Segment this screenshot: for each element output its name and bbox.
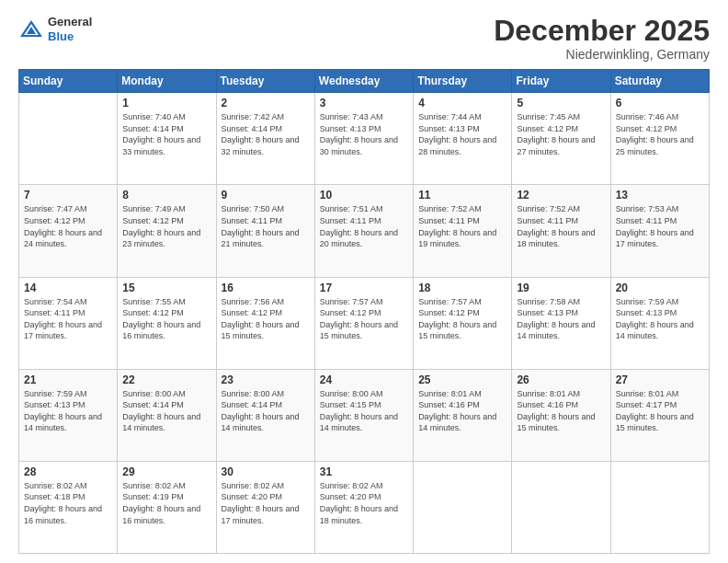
daylight-text: Daylight: 8 hours and 32 minutes.: [222, 134, 310, 157]
daylight-text: Daylight: 8 hours and 33 minutes.: [122, 134, 210, 157]
header: General Blue December 2025 Niederwinklin…: [18, 15, 710, 62]
sunrise-text: Sunrise: 8:01 AM: [418, 388, 506, 400]
sunset-text: Sunset: 4:14 PM: [222, 399, 310, 411]
day-number: 10: [320, 189, 408, 201]
day-info: Sunrise: 7:42 AM Sunset: 4:14 PM Dayligh…: [222, 111, 310, 157]
sunrise-text: Sunrise: 8:02 AM: [320, 480, 408, 492]
day-number: 12: [517, 189, 605, 201]
sunrise-text: Sunrise: 7:40 AM: [122, 111, 210, 123]
day-number: 29: [122, 465, 210, 478]
day-number: 3: [320, 97, 408, 109]
sunset-text: Sunset: 4:11 PM: [320, 215, 408, 227]
table-row: 21 Sunrise: 7:59 AM Sunset: 4:13 PM Dayl…: [19, 369, 118, 461]
calendar-header-row: Sunday Monday Tuesday Wednesday Thursday…: [19, 70, 710, 93]
sunrise-text: Sunrise: 7:50 AM: [222, 203, 310, 215]
col-tuesday: Tuesday: [216, 70, 314, 93]
daylight-text: Daylight: 8 hours and 27 minutes.: [517, 134, 605, 157]
day-info: Sunrise: 7:56 AM Sunset: 4:12 PM Dayligh…: [222, 296, 310, 342]
sunrise-text: Sunrise: 7:56 AM: [222, 296, 310, 308]
daylight-text: Daylight: 8 hours and 16 minutes.: [24, 503, 112, 526]
sunset-text: Sunset: 4:12 PM: [320, 307, 408, 319]
day-number: 27: [616, 373, 704, 386]
sunset-text: Sunset: 4:13 PM: [418, 123, 506, 135]
day-number: 5: [517, 97, 605, 109]
daylight-text: Daylight: 8 hours and 19 minutes.: [418, 227, 506, 250]
sunset-text: Sunset: 4:12 PM: [616, 123, 704, 135]
day-info: Sunrise: 8:00 AM Sunset: 4:14 PM Dayligh…: [222, 388, 310, 434]
week-row-3: 14 Sunrise: 7:54 AM Sunset: 4:11 PM Dayl…: [19, 277, 710, 369]
sunset-text: Sunset: 4:15 PM: [320, 399, 408, 411]
table-row: 29 Sunrise: 8:02 AM Sunset: 4:19 PM Dayl…: [118, 461, 216, 553]
day-info: Sunrise: 7:44 AM Sunset: 4:13 PM Dayligh…: [418, 111, 506, 157]
sunrise-text: Sunrise: 7:45 AM: [517, 111, 605, 123]
sunrise-text: Sunrise: 7:42 AM: [222, 111, 310, 123]
daylight-text: Daylight: 8 hours and 14 minutes.: [320, 411, 408, 434]
table-row: 22 Sunrise: 8:00 AM Sunset: 4:14 PM Dayl…: [118, 369, 216, 461]
daylight-text: Daylight: 8 hours and 14 minutes.: [122, 411, 210, 434]
daylight-text: Daylight: 8 hours and 16 minutes.: [122, 503, 210, 526]
daylight-text: Daylight: 8 hours and 18 minutes.: [320, 503, 408, 526]
sunrise-text: Sunrise: 7:52 AM: [517, 203, 605, 215]
daylight-text: Daylight: 8 hours and 23 minutes.: [122, 227, 210, 250]
daylight-text: Daylight: 8 hours and 14 minutes.: [24, 411, 112, 434]
sunset-text: Sunset: 4:12 PM: [222, 307, 310, 319]
sunset-text: Sunset: 4:20 PM: [320, 491, 408, 503]
table-row: 28 Sunrise: 8:02 AM Sunset: 4:18 PM Dayl…: [19, 461, 118, 553]
table-row: 27 Sunrise: 8:01 AM Sunset: 4:17 PM Dayl…: [610, 369, 709, 461]
day-number: 2: [222, 97, 310, 109]
day-info: Sunrise: 7:52 AM Sunset: 4:11 PM Dayligh…: [418, 203, 506, 249]
daylight-text: Daylight: 8 hours and 28 minutes.: [418, 134, 506, 157]
sunrise-text: Sunrise: 7:44 AM: [418, 111, 506, 123]
col-wednesday: Wednesday: [314, 70, 413, 93]
col-saturday: Saturday: [610, 70, 709, 93]
day-number: 26: [517, 373, 605, 386]
day-number: 11: [418, 189, 506, 201]
col-thursday: Thursday: [414, 70, 512, 93]
sunset-text: Sunset: 4:11 PM: [418, 215, 506, 227]
sunrise-text: Sunrise: 7:52 AM: [418, 203, 506, 215]
daylight-text: Daylight: 8 hours and 17 minutes.: [222, 503, 310, 526]
table-row: 24 Sunrise: 8:00 AM Sunset: 4:15 PM Dayl…: [314, 369, 413, 461]
day-info: Sunrise: 7:45 AM Sunset: 4:12 PM Dayligh…: [517, 111, 605, 157]
table-row: [19, 93, 118, 185]
sunset-text: Sunset: 4:13 PM: [517, 307, 605, 319]
day-info: Sunrise: 7:59 AM Sunset: 4:13 PM Dayligh…: [24, 388, 112, 434]
sunrise-text: Sunrise: 7:55 AM: [122, 296, 210, 308]
sunset-text: Sunset: 4:11 PM: [517, 215, 605, 227]
table-row: 23 Sunrise: 8:00 AM Sunset: 4:14 PM Dayl…: [216, 369, 314, 461]
sunset-text: Sunset: 4:13 PM: [24, 399, 112, 411]
sunset-text: Sunset: 4:13 PM: [616, 307, 704, 319]
daylight-text: Daylight: 8 hours and 20 minutes.: [320, 227, 408, 250]
table-row: 8 Sunrise: 7:49 AM Sunset: 4:12 PM Dayli…: [118, 185, 216, 277]
table-row: 5 Sunrise: 7:45 AM Sunset: 4:12 PM Dayli…: [512, 93, 610, 185]
table-row: 14 Sunrise: 7:54 AM Sunset: 4:11 PM Dayl…: [19, 277, 118, 369]
day-number: 19: [517, 282, 605, 294]
day-number: 1: [122, 97, 210, 109]
daylight-text: Daylight: 8 hours and 17 minutes.: [616, 227, 704, 250]
table-row: 13 Sunrise: 7:53 AM Sunset: 4:11 PM Dayl…: [610, 185, 709, 277]
daylight-text: Daylight: 8 hours and 15 minutes.: [320, 319, 408, 342]
sunset-text: Sunset: 4:14 PM: [122, 399, 210, 411]
sunrise-text: Sunrise: 7:53 AM: [616, 203, 704, 215]
day-info: Sunrise: 7:43 AM Sunset: 4:13 PM Dayligh…: [320, 111, 408, 157]
table-row: 26 Sunrise: 8:01 AM Sunset: 4:16 PM Dayl…: [512, 369, 610, 461]
daylight-text: Daylight: 8 hours and 15 minutes.: [616, 411, 704, 434]
table-row: 17 Sunrise: 7:57 AM Sunset: 4:12 PM Dayl…: [314, 277, 413, 369]
table-row: 31 Sunrise: 8:02 AM Sunset: 4:20 PM Dayl…: [314, 461, 413, 553]
sunrise-text: Sunrise: 7:59 AM: [616, 296, 704, 308]
table-row: 11 Sunrise: 7:52 AM Sunset: 4:11 PM Dayl…: [414, 185, 512, 277]
table-row: 2 Sunrise: 7:42 AM Sunset: 4:14 PM Dayli…: [216, 93, 314, 185]
daylight-text: Daylight: 8 hours and 24 minutes.: [24, 227, 112, 250]
sunset-text: Sunset: 4:14 PM: [222, 123, 310, 135]
sunrise-text: Sunrise: 7:46 AM: [616, 111, 704, 123]
day-info: Sunrise: 8:01 AM Sunset: 4:16 PM Dayligh…: [517, 388, 605, 434]
sunrise-text: Sunrise: 7:47 AM: [24, 203, 112, 215]
table-row: 4 Sunrise: 7:44 AM Sunset: 4:13 PM Dayli…: [414, 93, 512, 185]
day-info: Sunrise: 8:00 AM Sunset: 4:14 PM Dayligh…: [122, 388, 210, 434]
calendar-table: Sunday Monday Tuesday Wednesday Thursday…: [18, 69, 710, 554]
daylight-text: Daylight: 8 hours and 14 minutes.: [616, 319, 704, 342]
week-row-1: 1 Sunrise: 7:40 AM Sunset: 4:14 PM Dayli…: [19, 93, 710, 185]
day-number: 30: [222, 465, 310, 478]
sunset-text: Sunset: 4:16 PM: [517, 399, 605, 411]
sunset-text: Sunset: 4:12 PM: [122, 307, 210, 319]
